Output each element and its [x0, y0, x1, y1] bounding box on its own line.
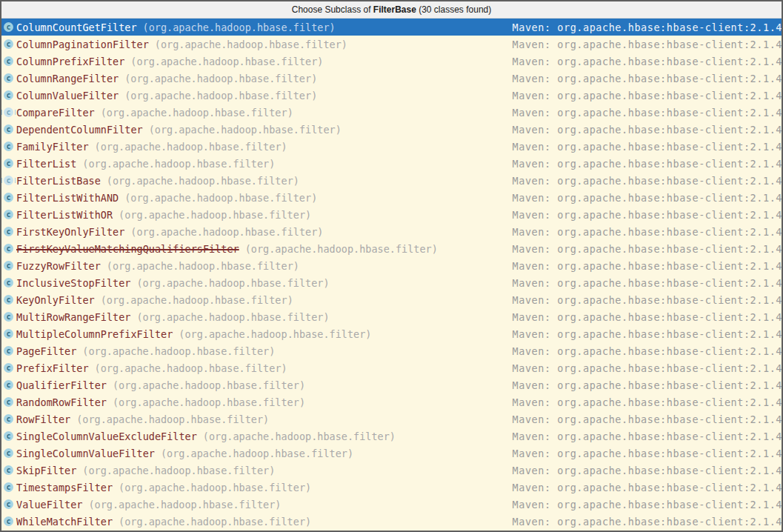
- class-name: InclusiveStopFilter: [16, 277, 130, 289]
- class-list-item[interactable]: c ColumnPaginationFilter (org.apache.had…: [1, 36, 782, 53]
- maven-location: Maven: org.apache.hbase:hbase-client:2.1…: [513, 448, 782, 459]
- class-list-item[interactable]: c QualifierFilter (org.apache.hadoop.hba…: [1, 376, 782, 393]
- class-name: ValueFilter: [16, 499, 82, 511]
- package-name: (org.apache.hadoop.hbase.filter): [161, 448, 353, 459]
- class-name: FirstKeyOnlyFilter: [16, 226, 124, 238]
- maven-location: Maven: org.apache.hbase:hbase-client:2.1…: [513, 260, 782, 272]
- class-list-item[interactable]: c ValueFilter (org.apache.hadoop.hbase.f…: [1, 496, 782, 513]
- package-name: (org.apache.hadoop.hbase.filter): [179, 328, 371, 340]
- class-list-item[interactable]: c DependentColumnFilter (org.apache.hado…: [1, 121, 782, 138]
- maven-location: Maven: org.apache.hbase:hbase-client:2.1…: [513, 294, 782, 306]
- maven-location: Maven: org.apache.hbase:hbase-client:2.1…: [513, 243, 782, 255]
- maven-location: Maven: org.apache.hbase:hbase-client:2.1…: [513, 39, 782, 50]
- class-icon: c: [4, 312, 13, 322]
- package-name: (org.apache.hadoop.hbase.filter): [107, 260, 299, 272]
- maven-location: Maven: org.apache.hbase:hbase-client:2.1…: [513, 141, 782, 153]
- class-name: MultipleColumnPrefixFilter: [16, 328, 173, 340]
- maven-location: Maven: org.apache.hbase:hbase-client:2.1…: [513, 158, 782, 170]
- class-list-item[interactable]: c FilterListWithOR (org.apache.hadoop.hb…: [1, 206, 782, 223]
- class-list-item[interactable]: c FamilyFilter (org.apache.hadoop.hbase.…: [1, 138, 782, 155]
- class-icon: c: [4, 39, 13, 49]
- class-name: RandomRowFilter: [16, 396, 107, 408]
- class-name: FuzzyRowFilter: [16, 260, 101, 272]
- class-list-item[interactable]: c SkipFilter (org.apache.hadoop.hbase.fi…: [1, 462, 782, 479]
- maven-location: Maven: org.apache.hbase:hbase-client:2.1…: [513, 73, 782, 84]
- package-name: (org.apache.hadoop.hbase.filter): [107, 175, 299, 187]
- class-icon: c: [4, 227, 13, 236]
- maven-location: Maven: org.apache.hbase:hbase-client:2.1…: [513, 465, 782, 476]
- class-list-item[interactable]: c ColumnCountGetFilter (org.apache.hadoo…: [1, 19, 782, 36]
- class-list-item[interactable]: c PageFilter (org.apache.hadoop.hbase.fi…: [1, 342, 782, 359]
- class-list-item[interactable]: c CompareFilter (org.apache.hadoop.hbase…: [1, 104, 782, 121]
- package-name: (org.apache.hadoop.hbase.filter): [101, 107, 293, 119]
- maven-location: Maven: org.apache.hbase:hbase-client:2.1…: [513, 396, 782, 408]
- maven-location: Maven: org.apache.hbase:hbase-client:2.1…: [513, 499, 782, 511]
- maven-location: Maven: org.apache.hbase:hbase-client:2.1…: [513, 379, 782, 391]
- class-name: ColumnValueFilter: [16, 90, 119, 102]
- class-list-item[interactable]: c FilterListWithAND (org.apache.hadoop.h…: [1, 189, 782, 206]
- class-list-item[interactable]: c SingleColumnValueFilter (org.apache.ha…: [1, 445, 782, 462]
- class-list-item[interactable]: c TimestampsFilter (org.apache.hadoop.hb…: [1, 479, 782, 496]
- class-list-item[interactable]: c ColumnPrefixFilter (org.apache.hadoop.…: [1, 53, 782, 70]
- package-name: (org.apache.hadoop.hbase.filter): [113, 396, 305, 408]
- class-icon: c: [4, 210, 13, 219]
- class-icon: c: [4, 380, 13, 390]
- package-name: (org.apache.hadoop.hbase.filter): [82, 465, 275, 476]
- class-list-item[interactable]: c RowFilter (org.apache.hadoop.hbase.fil…: [1, 410, 782, 428]
- class-icon: c: [4, 363, 13, 373]
- class-icon: c: [4, 90, 13, 100]
- maven-location: Maven: org.apache.hbase:hbase-client:2.1…: [513, 226, 782, 238]
- class-list-item[interactable]: c FirstKeyValueMatchingQualifiersFilter …: [1, 240, 782, 257]
- package-name: (org.apache.hadoop.hbase.filter): [130, 56, 323, 67]
- class-name: DependentColumnFilter: [16, 124, 143, 136]
- class-icon: c: [4, 244, 13, 253]
- class-name: ColumnPaginationFilter: [16, 39, 149, 50]
- class-list-item[interactable]: c MultipleColumnPrefixFilter (org.apache…: [1, 325, 782, 342]
- class-name: SingleColumnValueExcludeFilter: [16, 430, 197, 442]
- class-icon: c: [4, 448, 13, 458]
- maven-location: Maven: org.apache.hbase:hbase-client:2.1…: [513, 277, 782, 289]
- class-icon: c: [4, 346, 13, 356]
- package-name: (org.apache.hadoop.hbase.filter): [245, 243, 438, 255]
- class-name: RowFilter: [16, 413, 70, 425]
- class-icon: c: [4, 124, 13, 134]
- class-name: CompareFilter: [16, 107, 95, 119]
- package-name: (org.apache.hadoop.hbase.filter): [95, 141, 287, 153]
- class-list-item[interactable]: c FilterListBase (org.apache.hadoop.hbas…: [1, 172, 782, 189]
- class-name: PrefixFilter: [16, 362, 89, 374]
- package-name: (org.apache.hadoop.hbase.filter): [101, 294, 293, 306]
- class-list-item[interactable]: c InclusiveStopFilter (org.apache.hadoop…: [1, 274, 782, 291]
- package-name: (org.apache.hadoop.hbase.filter): [155, 39, 347, 50]
- maven-location: Maven: org.apache.hbase:hbase-client:2.1…: [513, 362, 782, 374]
- package-name: (org.apache.hadoop.hbase.filter): [143, 21, 336, 33]
- class-name: FirstKeyValueMatchingQualifiersFilter: [16, 243, 239, 255]
- package-name: (org.apache.hadoop.hbase.filter): [203, 430, 396, 442]
- maven-location: Maven: org.apache.hbase:hbase-client:2.1…: [513, 430, 782, 442]
- maven-location: Maven: org.apache.hbase:hbase-client:2.1…: [513, 311, 782, 323]
- class-list: c ColumnCountGetFilter (org.apache.hadoo…: [1, 19, 782, 531]
- class-list-item[interactable]: c SingleColumnValueExcludeFilter (org.ap…: [1, 428, 782, 445]
- class-name: FilterList: [16, 158, 76, 170]
- package-name: (org.apache.hadoop.hbase.filter): [119, 209, 311, 221]
- package-name: (org.apache.hadoop.hbase.filter): [76, 413, 269, 425]
- title-base-class: FilterBase: [373, 4, 416, 15]
- class-list-item[interactable]: c FilterList (org.apache.hadoop.hbase.fi…: [1, 155, 782, 172]
- class-name: ColumnRangeFilter: [16, 73, 119, 84]
- class-list-item[interactable]: c PrefixFilter (org.apache.hadoop.hbase.…: [1, 359, 782, 376]
- class-list-item[interactable]: c FuzzyRowFilter (org.apache.hadoop.hbas…: [1, 257, 782, 274]
- class-icon: c: [4, 499, 13, 509]
- class-icon: c: [4, 397, 13, 407]
- class-list-item[interactable]: c FirstKeyOnlyFilter (org.apache.hadoop.…: [1, 223, 782, 240]
- maven-location: Maven: org.apache.hbase:hbase-client:2.1…: [513, 209, 782, 221]
- class-list-item[interactable]: c ColumnRangeFilter (org.apache.hadoop.h…: [1, 70, 782, 87]
- class-list-item[interactable]: c KeyOnlyFilter (org.apache.hadoop.hbase…: [1, 291, 782, 308]
- class-name: FilterListWithOR: [16, 209, 113, 221]
- class-list-item[interactable]: c RandomRowFilter (org.apache.hadoop.hba…: [1, 393, 782, 410]
- package-name: (org.apache.hadoop.hbase.filter): [130, 226, 323, 238]
- class-list-item[interactable]: c WhileMatchFilter (org.apache.hadoop.hb…: [1, 513, 782, 530]
- class-name: PageFilter: [16, 345, 76, 357]
- class-list-item[interactable]: c MultiRowRangeFilter (org.apache.hadoop…: [1, 308, 782, 325]
- popup-title: Choose Subclass of FilterBase (30 classe…: [1, 1, 782, 19]
- class-name: ColumnCountGetFilter: [16, 21, 137, 33]
- class-list-item[interactable]: c ColumnValueFilter (org.apache.hadoop.h…: [1, 87, 782, 104]
